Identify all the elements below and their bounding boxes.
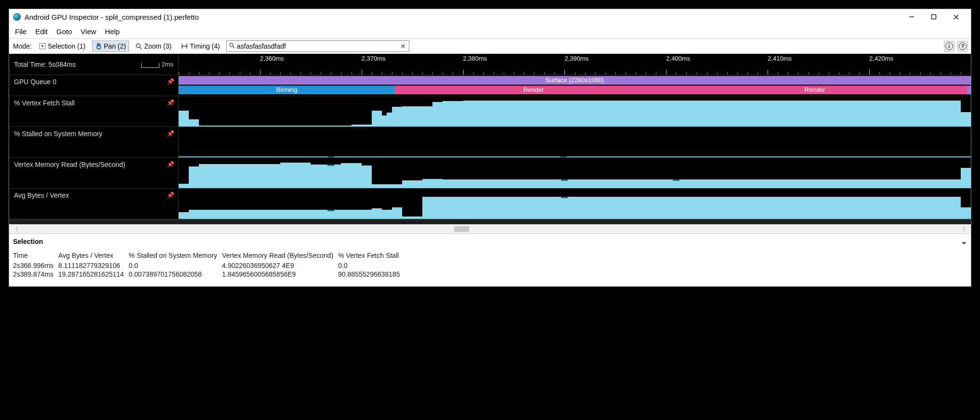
mode-zoom-label: Zoom (3) <box>144 42 171 50</box>
search-input[interactable] <box>235 42 399 50</box>
help-button[interactable]: ? <box>957 41 968 51</box>
table-cell: 1.8459656005685856E9 <box>222 270 338 279</box>
table-cell: 19.287165281625114 <box>58 270 129 279</box>
table-cell: 4.90226036950627 4E9 <box>222 261 338 270</box>
maximize-button[interactable] <box>923 10 945 24</box>
selection-column-header[interactable]: % Stalled on System Memory <box>129 251 222 261</box>
svg-point-10 <box>230 43 233 47</box>
selection-icon <box>39 43 46 50</box>
table-cell: 90.88555296638185 <box>338 270 405 279</box>
mode-selection-button[interactable]: Selection (1) <box>36 40 89 52</box>
ruler-label: 2,390ms <box>564 55 588 62</box>
scrollbar-track[interactable] <box>19 226 961 232</box>
search-icon <box>229 42 235 50</box>
table-cell: 8.111182779329106 <box>58 261 129 270</box>
ruler-label: 2,420ms <box>869 55 893 62</box>
mode-pan-button[interactable]: Pan (2) <box>92 40 130 52</box>
mode-label: Mode: <box>12 42 33 50</box>
scroll-left-icon[interactable]: 〈 <box>11 226 19 233</box>
title-bar: Android GPU Inspector - split_compressed… <box>9 9 971 25</box>
close-button[interactable] <box>945 10 967 24</box>
chart-lane[interactable] <box>179 96 971 127</box>
table-cell: 2s366.996ms <box>13 261 58 270</box>
mode-timing-button[interactable]: Timing (4) <box>178 40 223 52</box>
menu-edit[interactable]: Edit <box>31 25 52 38</box>
selection-column-header[interactable]: Time <box>13 251 58 261</box>
ruler-label: 2,360ms <box>260 55 284 62</box>
track-gpu-queue: GPU Queue 0 📌 Surface (2280x1080) Binnin… <box>9 75 971 96</box>
selection-title: Selection <box>13 238 43 245</box>
track-stalled-system-memory: % Stalled on System Memory 📌 <box>9 127 971 158</box>
selection-column-header[interactable]: Vertex Memory Read (Bytes/Second) <box>222 251 338 261</box>
pin-icon[interactable]: 📌 <box>167 130 174 137</box>
timing-icon <box>181 43 188 50</box>
selection-header-row: TimeAvg Bytes / Vertex% Stalled on Syste… <box>13 251 405 261</box>
pin-icon[interactable]: 📌 <box>167 191 174 199</box>
selection-table: TimeAvg Bytes / Vertex% Stalled on Syste… <box>13 251 405 279</box>
mode-selection-label: Selection (1) <box>48 42 86 50</box>
gpu-surface-span[interactable]: Surface (2280x1080) <box>179 76 971 85</box>
svg-line-6 <box>140 47 142 49</box>
gpu-queue-lane[interactable]: Surface (2280x1080) BinningRenderRender <box>179 75 971 96</box>
table-row[interactable]: 2s366.996ms8.1111827793291060.04.9022603… <box>13 261 405 270</box>
pin-icon[interactable]: 📌 <box>167 78 174 85</box>
table-row[interactable]: 2s389.874ms19.2871652816251140.007389701… <box>13 270 405 279</box>
search-box[interactable]: ✕ <box>226 40 409 52</box>
table-cell: 0.007389701756082058 <box>129 270 222 279</box>
ruler-label: 2,380ms <box>463 55 487 62</box>
track-label: % Stalled on System Memory <box>14 130 103 138</box>
pin-icon[interactable]: 📌 <box>167 161 174 168</box>
gpu-phase-span[interactable]: Binning <box>179 86 395 94</box>
track-label: % Vertex Fetch Stall <box>14 99 75 107</box>
mode-timing-label: Timing (4) <box>190 42 220 50</box>
scale-bracket-icon <box>141 63 159 68</box>
menu-file[interactable]: File <box>11 25 30 38</box>
scrollbar-thumb[interactable] <box>454 226 469 232</box>
zoom-icon <box>135 43 142 50</box>
table-cell: 0.0 <box>338 261 405 270</box>
pan-icon <box>95 43 102 50</box>
timeline-header: Total Time: 5s084ms 2ms 2,360ms2,370ms2,… <box>9 54 971 75</box>
track-label: Vertex Memory Read (Bytes/Second) <box>14 161 125 168</box>
svg-line-11 <box>233 46 235 48</box>
collapse-selection-icon[interactable]: ⌄ <box>961 237 967 246</box>
menu-help[interactable]: Help <box>101 25 124 38</box>
clear-search-icon[interactable]: ✕ <box>399 42 407 50</box>
menu-goto[interactable]: Goto <box>52 25 76 38</box>
gpu-phase-span[interactable] <box>967 86 971 94</box>
total-time-label: Total Time: 5s084ms <box>14 61 76 68</box>
ruler-label: 2,410ms <box>768 55 792 62</box>
chart-lane[interactable] <box>179 189 971 219</box>
svg-point-5 <box>136 44 140 48</box>
gpu-phase-span[interactable]: Render <box>663 86 967 94</box>
horizontal-scrollbar[interactable]: 〈 〉 <box>9 224 971 234</box>
timeline-ruler[interactable]: 2,360ms2,370ms2,380ms2,390ms2,400ms2,410… <box>179 54 971 75</box>
mode-pan-label: Pan (2) <box>104 42 126 50</box>
info-button[interactable]: i <box>944 41 954 51</box>
gpu-phase-span[interactable] <box>395 86 405 94</box>
scroll-right-icon[interactable]: 〉 <box>961 226 969 233</box>
timeline-header-left: Total Time: 5s084ms 2ms <box>9 54 179 75</box>
pin-icon[interactable]: 📌 <box>167 99 174 106</box>
gpu-phase-row: BinningRenderRender <box>179 86 971 94</box>
table-cell: 0.0 <box>129 261 222 270</box>
mode-zoom-button[interactable]: Zoom (3) <box>132 40 175 52</box>
selection-panel: Selection ⌄ TimeAvg Bytes / Vertex% Stal… <box>9 234 971 286</box>
info-icon: i <box>945 42 953 50</box>
chart-lane[interactable] <box>179 158 971 188</box>
chart-lane[interactable] <box>179 127 971 157</box>
gpu-phase-span[interactable]: Render <box>405 86 663 94</box>
ruler-label: 2,400ms <box>666 55 690 62</box>
window-title: Android GPU Inspector - split_compressed… <box>25 13 199 21</box>
ruler-label: 2,370ms <box>362 55 386 62</box>
track-label: Avg Bytes / Vertex <box>14 191 69 199</box>
app-window: Android GPU Inspector - split_compressed… <box>9 9 971 287</box>
app-icon <box>13 13 21 21</box>
svg-rect-1 <box>932 15 936 19</box>
track-vertex-fetch-stall: % Vertex Fetch Stall 📌 <box>9 96 971 127</box>
selection-column-header[interactable]: Avg Bytes / Vertex <box>58 251 129 261</box>
menu-view[interactable]: View <box>77 25 100 38</box>
menu-bar: File Edit Goto View Help <box>9 25 971 38</box>
selection-column-header[interactable]: % Vertex Fetch Stall <box>338 251 405 261</box>
minimize-button[interactable] <box>901 10 923 24</box>
